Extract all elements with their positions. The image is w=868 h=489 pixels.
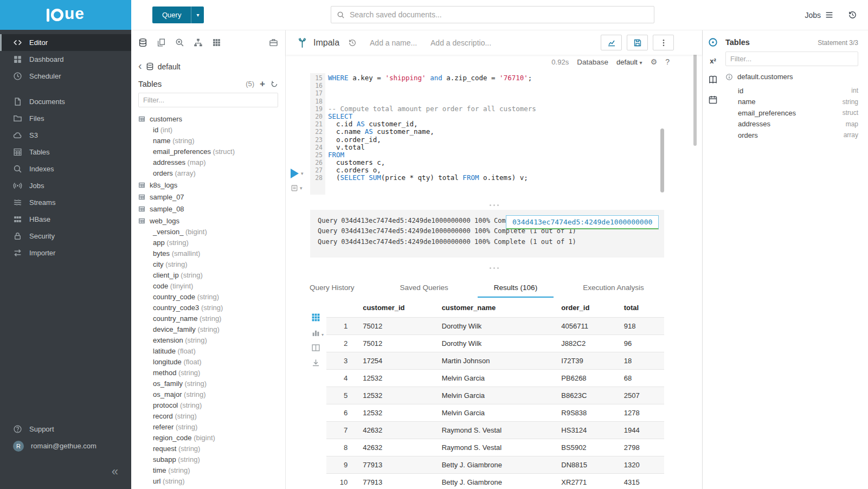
settings-gear-icon[interactable]: ⚙ — [651, 57, 658, 66]
download-icon[interactable] — [311, 358, 320, 368]
editor-scrollbar[interactable] — [660, 128, 664, 192]
schedule-icon[interactable] — [708, 95, 718, 105]
results-row-7[interactable]: 742632Raymond S. VestalHS31241944 — [326, 422, 664, 439]
query-history-toggle-icon[interactable] — [348, 38, 357, 47]
tree-column-name[interactable]: name (string) — [138, 136, 278, 146]
breadcrumb-database[interactable]: default — [158, 62, 181, 71]
tree-column-request[interactable]: request (string) — [138, 443, 278, 454]
help-icon[interactable]: ? — [665, 57, 670, 66]
tree-column-protocol[interactable]: protocol (string) — [138, 400, 278, 411]
language-reference-icon[interactable] — [708, 75, 718, 85]
code-line-18[interactable] — [328, 98, 702, 105]
tree-table-k8s_logs[interactable]: k8s_logs — [138, 179, 278, 191]
sidebar-item-documents[interactable]: Documents — [0, 93, 131, 110]
tree-column-country_code[interactable]: country_code (string) — [138, 292, 278, 303]
tab-results-106[interactable]: Results (106) — [478, 280, 554, 298]
sidebar-item-tables[interactable]: Tables — [0, 144, 131, 160]
tree-table-customers[interactable]: customers — [138, 113, 278, 125]
main-scrollbar[interactable] — [693, 49, 697, 146]
code-line-15[interactable]: WHERE a.key = 'shipping' and a.zip_code … — [328, 74, 702, 82]
documents-copy-icon[interactable] — [157, 38, 166, 47]
code-line-28[interactable]: (SELECT SUM(price * qty) total FROM o.it… — [328, 174, 702, 182]
sidebar-item-dashboard[interactable]: Dashboard — [0, 51, 131, 68]
tree-table-web_logs[interactable]: web_logs — [138, 215, 278, 227]
sidebar-item-editor[interactable]: Editor — [0, 34, 131, 51]
code-line-16[interactable] — [328, 82, 702, 89]
query-type-caret[interactable]: ▾ — [191, 7, 204, 23]
query-name-input[interactable] — [370, 38, 424, 47]
tree-column-country_code3[interactable]: country_code3 (string) — [138, 303, 278, 313]
results-row-6[interactable]: 612532Melvin GarciaR9S8381278 — [326, 404, 664, 422]
results-header-order_id[interactable]: order_id — [555, 300, 617, 318]
jobs-link[interactable]: Jobs — [805, 10, 834, 20]
editor-code[interactable]: WHERE a.key = 'shipping' and a.zip_code … — [325, 73, 702, 195]
chart-view-button[interactable]: ▾ — [311, 328, 324, 337]
right-column-email_preferences[interactable]: email_preferencesstruct — [738, 107, 858, 119]
tree-column-email_preferences[interactable]: email_preferences (struct) — [138, 146, 278, 157]
tree-column-record[interactable]: record (string) — [138, 411, 278, 422]
sidebar-item-security[interactable]: Security — [0, 228, 131, 244]
right-column-addresses[interactable]: addressesmap — [738, 119, 858, 130]
tab-execution-analysis[interactable]: Execution Analysis — [567, 280, 660, 298]
tree-column-region_code[interactable]: region_code (bigint) — [138, 433, 278, 443]
execute-options-caret[interactable]: ▾ — [301, 171, 304, 176]
results-row-9[interactable]: 977913Betty J. GiambroneDN88151320 — [326, 456, 664, 474]
right-filter-input[interactable] — [725, 52, 858, 66]
tree-column-extension[interactable]: extension (string) — [138, 335, 278, 346]
results-row-5[interactable]: 512532Melvin GarciaB8623C2507 — [326, 387, 664, 404]
tab-saved-queries[interactable]: Saved Queries — [384, 280, 465, 298]
results-row-8[interactable]: 842632Raymond S. VestalBS59022798 — [326, 439, 664, 456]
resize-handle-2[interactable] — [286, 264, 702, 272]
resize-handle[interactable] — [286, 201, 702, 209]
tree-column-addresses[interactable]: addresses (map) — [138, 157, 278, 168]
tree-column-_version_[interactable]: _version_ (bigint) — [138, 227, 278, 237]
code-line-24[interactable]: v.total — [328, 144, 702, 151]
tree-column-longitude[interactable]: longitude (float) — [138, 357, 278, 368]
results-row-3[interactable]: 317254Martin JohnsonI72T3918 — [326, 352, 664, 370]
global-search-input[interactable] — [350, 10, 648, 19]
tab-query-history[interactable]: Query History — [293, 280, 371, 298]
code-line-26[interactable]: customers c, — [328, 159, 702, 166]
table-filter-input[interactable] — [138, 93, 278, 107]
execute-button[interactable] — [291, 169, 299, 178]
tree-table-sample_07[interactable]: sample_07 — [138, 191, 278, 203]
results-row-10[interactable]: 1077913Betty J. GiambroneXR27714315 — [326, 474, 664, 489]
tree-column-referer[interactable]: referer (string) — [138, 422, 278, 433]
database-select[interactable]: default ▾ — [616, 58, 642, 66]
add-table-icon[interactable]: + — [260, 79, 265, 88]
statement-options-caret[interactable]: ▾ — [300, 185, 303, 191]
chart-button[interactable] — [601, 35, 622, 50]
code-line-22[interactable]: c.name AS customer_name, — [328, 128, 702, 136]
tree-column-country_name[interactable]: country_name (string) — [138, 313, 278, 324]
tree-column-time[interactable]: time (string) — [138, 465, 278, 476]
columns-icon[interactable] — [311, 343, 320, 352]
code-line-21[interactable]: c.id AS customer_id, — [328, 120, 702, 128]
sidebar-item-importer[interactable]: Importer — [0, 244, 131, 261]
results-row-1[interactable]: 175012Dorothy Wilk4056711918 — [326, 318, 664, 335]
tree-column-os_family[interactable]: os_family (string) — [138, 378, 278, 389]
tree-column-app[interactable]: app (string) — [138, 237, 278, 248]
sidebar-item-streams[interactable]: Streams — [0, 194, 131, 211]
apps-grid-icon[interactable] — [212, 38, 221, 47]
query-id-popover[interactable]: 034d413ec7474ed5:4249de1000000000 — [506, 215, 659, 229]
tree-column-bytes[interactable]: bytes (smallint) — [138, 248, 278, 259]
sidebar-item-hbase[interactable]: HBase — [0, 211, 131, 228]
more-actions-button[interactable] — [653, 35, 674, 50]
grid-view-icon[interactable] — [311, 313, 320, 322]
query-history-icon[interactable] — [848, 10, 857, 20]
sitemap-icon[interactable] — [194, 38, 203, 47]
tree-column-url[interactable]: url (string) — [138, 476, 278, 487]
active-table-row[interactable]: default.customers — [725, 73, 858, 81]
code-line-17[interactable] — [328, 89, 702, 97]
code-line-25[interactable]: FROM — [328, 151, 702, 159]
tree-column-code[interactable]: code (tinyint) — [138, 281, 278, 292]
code-line-19[interactable]: -- Compute total amount per order for al… — [328, 105, 702, 113]
right-column-id[interactable]: idint — [738, 85, 858, 96]
tree-table-sample_08[interactable]: sample_08 — [138, 203, 278, 215]
back-chevron-icon[interactable]: ‹ — [138, 60, 142, 73]
code-line-27[interactable]: c.orders o, — [328, 166, 702, 174]
sidebar-item-indexes[interactable]: Indexes — [0, 160, 131, 177]
tree-column-latitude[interactable]: latitude (float) — [138, 346, 278, 357]
statement-options-icon[interactable] — [291, 184, 298, 192]
sidebar-item-support[interactable]: Support — [0, 421, 131, 437]
